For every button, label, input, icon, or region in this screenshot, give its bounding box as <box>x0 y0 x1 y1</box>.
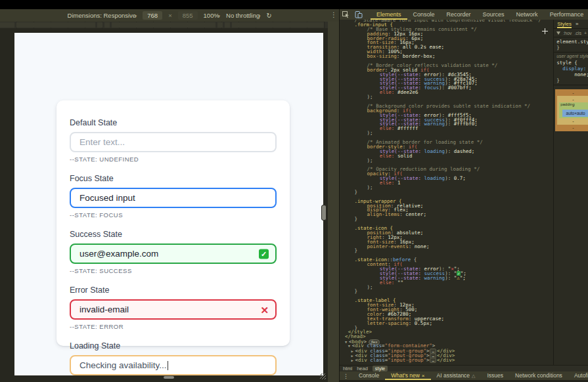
code-line: } <box>345 190 553 195</box>
dimensions-label: Dimensions: Responsive <box>68 12 137 19</box>
tab-performance[interactable]: Performance <box>544 9 588 20</box>
tab-console[interactable]: Console <box>407 9 441 20</box>
new-style-rule-button[interactable]: + <box>584 31 587 35</box>
breadcrumb-html[interactable]: html <box>343 366 352 371</box>
input-error[interactable]: invalid-email✕ <box>70 299 277 320</box>
tab-sources[interactable]: Sources <box>477 9 510 20</box>
chevron-down-icon: ▾ <box>258 14 261 18</box>
input-placeholder: Enter text... <box>79 137 125 147</box>
code-line: } <box>345 289 553 294</box>
code-line: } <box>345 217 553 222</box>
state-label: --STATE: UNDEFINED <box>70 156 277 163</box>
state-label: --STATE: FOCUS <box>70 211 277 219</box>
dimensions-select[interactable]: Dimensions: Responsive ▾ <box>68 12 137 19</box>
viewport-height-input[interactable]: 855 <box>178 11 198 20</box>
throttling-select[interactable]: No throttling ▾ <box>226 12 260 19</box>
success-check-icon: ✓ <box>259 249 269 259</box>
code-line: else: solid <box>345 154 553 159</box>
code-line: else: #ffffff <box>345 127 553 131</box>
sidebar-more-icon[interactable]: » <box>576 21 578 27</box>
tab-recorder[interactable]: Recorder <box>441 9 477 20</box>
state-label: --STATE: SUCCESS <box>70 267 277 274</box>
device-toolbar-toggle-icon[interactable] <box>355 11 363 18</box>
box-model-border: - padding - auto×auto - <box>557 96 588 125</box>
chevron-down-icon: ▾ <box>218 14 221 18</box>
page-form: Default StateEnter text...--STATE: UNDEF… <box>70 118 277 375</box>
box-model-diagram: - - padding - auto×auto - - <box>555 89 588 131</box>
breadcrumb-style[interactable]: style <box>373 366 388 371</box>
zoom-value: 100% <box>204 12 219 19</box>
drawer-tab-issues[interactable]: Issues <box>481 371 509 380</box>
form-group-loading: Loading StateChecking availability...--S… <box>70 341 277 375</box>
drawer-tab-network-conditions[interactable]: Network conditions <box>509 371 568 380</box>
device-ruler <box>0 22 328 28</box>
input-value: Checking availability... <box>79 360 167 370</box>
dimensions-times: × <box>168 12 172 19</box>
code-line: } <box>345 326 553 331</box>
code-line: ); <box>345 131 553 136</box>
collapsed-children-ellipsis[interactable]: … <box>430 358 436 363</box>
code-line: letter-spacing: 0.5px; <box>345 322 553 326</box>
field-label: Success State <box>70 230 277 239</box>
code-line: else: "" <box>345 281 553 286</box>
drawer-tab-ai-assistance[interactable]: AI assistance△ <box>431 371 482 380</box>
box-model-padding: padding - auto×auto <box>559 102 588 118</box>
drawer-tab-what-s-new[interactable]: What's new× <box>385 371 430 380</box>
code-line: ); <box>345 286 553 290</box>
dom-breadcrumb: htmlheadstyle <box>340 365 588 371</box>
input-success[interactable]: user@example.com✓ <box>70 244 277 264</box>
box-model-margin: - - padding - auto×auto - - <box>555 89 588 131</box>
form-group-success: Success Stateuser@example.com✓--STATE: S… <box>70 230 277 274</box>
device-mode-region: Dimensions: Responsive ▾ 768 × 855 100% … <box>0 9 339 382</box>
user-agent-stylesheet-label: user agent stylesheet <box>554 54 588 58</box>
devtools-panel: ElementsConsoleRecorderSourcesNetworkPer… <box>339 9 588 382</box>
device-toolbar: Dimensions: Responsive ▾ 768 × 855 100% … <box>0 9 339 22</box>
toggle-classes[interactable]: .cls <box>574 31 581 35</box>
form-card: Default StateEnter text...--STATE: UNDEF… <box>57 100 290 346</box>
viewport-resize-handle-corner[interactable] <box>320 373 326 379</box>
throttling-value: No throttling <box>226 12 260 19</box>
drawer-tab-console[interactable]: Console <box>353 371 385 380</box>
input-loading[interactable]: Checking availability... <box>70 355 277 375</box>
inspect-element-icon[interactable] <box>342 11 350 18</box>
code-line: ); <box>345 186 553 190</box>
user-agent-rule: style { display: none; } <box>554 58 588 83</box>
rotate-icon[interactable]: ↻ <box>266 12 271 19</box>
devtools-tabbar: ElementsConsoleRecorderSourcesNetworkPer… <box>340 9 588 20</box>
viewport-width-input[interactable]: 768 <box>143 11 162 20</box>
drawer-tab-autofill[interactable]: Autofill <box>568 371 588 380</box>
field-label: Default State <box>70 118 277 127</box>
page-viewport: Default StateEnter text...--STATE: UNDEF… <box>14 33 323 375</box>
elements-code: /* State-aware form input with comprehen… <box>340 20 553 365</box>
styles-sidebar: Styles » :hov .cls + element.style { } u… <box>553 20 588 365</box>
code-line: else: 1 <box>345 181 553 186</box>
breadcrumb-head[interactable]: head <box>357 366 368 371</box>
devtools-splitter[interactable] <box>328 22 339 382</box>
toggle-hover-state[interactable]: :hov <box>563 31 572 35</box>
tab-styles[interactable]: Styles <box>557 20 572 28</box>
element-style-rule: element.style { } <box>554 37 588 51</box>
code-line: </style> <box>345 330 553 335</box>
input-value: invalid-email <box>79 305 129 314</box>
drawer-menu-icon[interactable]: ⋮ <box>343 373 349 379</box>
tab-network[interactable]: Network <box>510 9 544 20</box>
viewport-resize-handle-right[interactable] <box>321 205 327 221</box>
input-focus[interactable]: Focused input <box>70 188 277 208</box>
input-value: Focused input <box>79 193 135 203</box>
filter-icon[interactable] <box>556 32 560 35</box>
devtools-tabs: ElementsConsoleRecorderSourcesNetworkPer… <box>371 9 588 20</box>
state-label: --STATE: ERROR <box>70 323 277 330</box>
viewport-resize-handle-bottom[interactable] <box>164 376 174 379</box>
zoom-select[interactable]: 100% ▾ <box>204 12 220 19</box>
device-toolbar-menu-icon[interactable]: ⋮ <box>330 11 337 18</box>
device-canvas: Default StateEnter text...--STATE: UNDEF… <box>0 28 328 382</box>
close-icon[interactable]: × <box>422 371 425 380</box>
dom-node-row[interactable]: ▶<div class="input-group">…</div> <box>345 358 553 362</box>
chevron-down-icon: ▾ <box>135 14 137 18</box>
code-line: style(--state: warning): "⚠"; <box>345 276 553 281</box>
ai-assistance-icon: △ <box>472 371 475 380</box>
code-line: style(--state: focus): #007bff; <box>345 86 553 91</box>
code-line: pointer-events: none; <box>345 245 553 249</box>
input-default[interactable]: Enter text... <box>70 132 277 152</box>
tab-elements[interactable]: Elements <box>371 9 407 20</box>
